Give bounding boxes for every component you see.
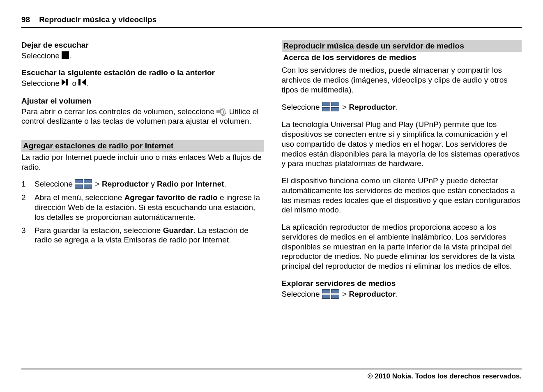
step-3: 3 Para guardar la estación, seleccione G… <box>21 226 264 245</box>
media-server-p3: El dispositivo funciona como un cliente … <box>282 176 522 215</box>
step-1: 1 Seleccione > Reproductor y Radio por I… <box>21 179 264 189</box>
step-2: 2 Abra el menú, seleccione Agregar favor… <box>21 193 264 222</box>
page: 98 Reproducir música y videoclips Dejar … <box>0 0 543 392</box>
stop-listening-line: Seleccione . <box>21 51 264 61</box>
t: > <box>95 180 102 188</box>
next-prev-line: Seleccione o . <box>21 78 264 89</box>
ui-label-reproductor: Reproductor <box>102 180 149 188</box>
svg-marker-3 <box>82 79 86 85</box>
internet-radio-intro: La radio por Internet puede incluir uno … <box>21 152 264 172</box>
volume-line1: Para abrir o cerrar los controles de vol… <box>21 107 216 116</box>
right-column: Reproducir música desde un servidor de m… <box>282 40 522 364</box>
t: Seleccione <box>35 180 75 188</box>
step-text: Seleccione > Reproductor y Radio por Int… <box>35 179 264 189</box>
t: . <box>224 180 226 188</box>
svg-marker-0 <box>62 79 66 85</box>
svg-rect-1 <box>66 79 68 85</box>
page-header: 98 Reproducir música y videoclips <box>21 15 522 28</box>
section-internet-radio: Agregar estaciones de radio por Internet <box>21 140 264 152</box>
text-select: Seleccione <box>21 79 60 88</box>
heading-explore-servers: Explorar servidores de medios <box>282 279 522 288</box>
next-track-icon <box>62 78 70 88</box>
t: > <box>342 103 349 111</box>
subsection-about-servers: Acerca de los servidores de medios <box>282 53 522 63</box>
ui-label-agregar-favorito: Agregar favorito de radio <box>124 193 218 202</box>
media-server-p1: Con los servidores de medios, puede alma… <box>282 65 522 95</box>
ui-label-radio-internet: Radio por Internet <box>157 180 224 188</box>
text-select: Seleccione <box>21 51 60 60</box>
ui-label-guardar: Guardar <box>163 226 193 235</box>
step-number: 3 <box>21 226 26 245</box>
app-grid-icon <box>322 289 340 299</box>
media-server-p2: La tecnología Universal Plug and Play (U… <box>282 120 522 168</box>
ui-label-reproductor: Reproductor <box>349 103 396 111</box>
period: . <box>87 79 89 88</box>
heading-adjust-volume: Ajustar el volumen <box>21 96 264 106</box>
step-text: Abra el menú, seleccione Agregar favorit… <box>35 193 264 222</box>
footer-wrap: © 2010 Nokia. Todos los derechos reserva… <box>21 364 522 380</box>
step-number: 1 <box>21 179 26 189</box>
t: Para guardar la estación, seleccione <box>35 226 163 235</box>
t: > <box>342 290 349 298</box>
page-number: 98 <box>21 15 30 25</box>
t: Seleccione <box>282 103 322 111</box>
period: . <box>69 51 71 60</box>
step-text: Para guardar la estación, seleccione Gua… <box>35 226 264 245</box>
volume-paragraph: Para abrir o cerrar los controles de vol… <box>21 107 264 127</box>
t: Seleccione <box>282 290 322 298</box>
app-grid-icon <box>75 179 93 189</box>
header-title: Reproducir música y videoclips <box>39 15 156 25</box>
explore-line: Seleccione > Reproductor. <box>282 289 522 300</box>
stop-icon <box>62 51 69 59</box>
step-number: 2 <box>21 193 26 222</box>
t: . <box>396 103 398 111</box>
select-reproductor-line: Seleccione > Reproductor. <box>282 102 522 113</box>
media-server-p4: La aplicación reproductor de medios prop… <box>282 222 522 271</box>
speaker-icon <box>216 108 225 115</box>
t: y <box>151 180 157 188</box>
app-grid-icon <box>322 102 340 112</box>
copyright-footer: © 2010 Nokia. Todos los derechos reserva… <box>21 369 522 380</box>
heading-stop-listening: Dejar de escuchar <box>21 40 264 50</box>
t: . <box>396 290 398 298</box>
t: Abra el menú, seleccione <box>35 193 124 202</box>
prev-track-icon <box>78 78 87 88</box>
svg-rect-2 <box>78 79 81 85</box>
left-column: Dejar de escuchar Seleccione . Escuchar … <box>21 40 264 364</box>
section-media-server: Reproducir música desde un servidor de m… <box>282 40 522 52</box>
heading-next-prev: Escuchar la siguiente estación de radio … <box>21 68 264 78</box>
ui-label-reproductor: Reproductor <box>349 290 396 298</box>
content-columns: Dejar de escuchar Seleccione . Escuchar … <box>21 40 522 364</box>
text-or: o <box>70 79 78 88</box>
